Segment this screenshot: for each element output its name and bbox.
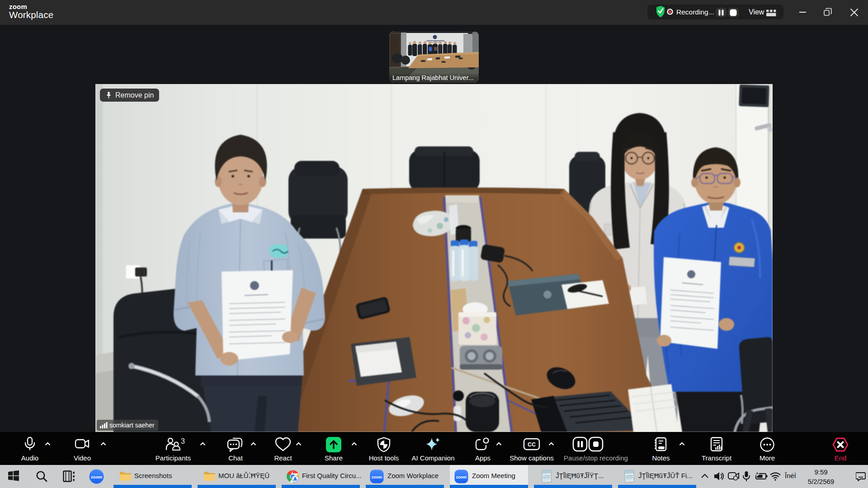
svg-text:zoom: zoom (456, 475, 467, 479)
svg-text:View: View (749, 8, 764, 16)
svg-text:CC: CC (528, 441, 536, 448)
svg-text:zoom: zoom (372, 475, 382, 479)
svg-text:zoom: zoom (91, 474, 102, 479)
svg-text:Recording...: Recording... (676, 8, 714, 16)
